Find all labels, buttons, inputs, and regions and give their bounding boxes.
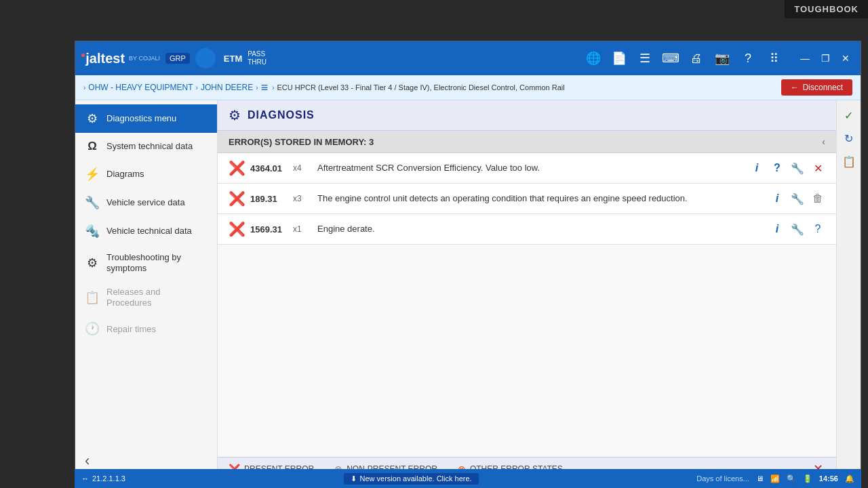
wrench-btn-2[interactable]: 🔧	[790, 222, 805, 237]
error-code-0: 4364.01	[250, 163, 288, 174]
sidebar-label-repair-times: Repair times	[106, 324, 156, 335]
error-row-1[interactable]: ❌ 189.31 x3 The engine control unit dete…	[218, 184, 836, 214]
pass-thru-label: PASS THRU	[248, 50, 267, 66]
errors-container: ❌ 4364.01 x4 Aftertreatment SCR Conversi…	[218, 153, 836, 457]
breadcrumb-item-3: ECU HPCR (Level 33 - Final Tier 4 / Stag…	[277, 83, 564, 92]
back-button[interactable]: ‹	[85, 452, 90, 470]
error-icon-0: ❌	[229, 160, 245, 176]
diagnostics-menu-icon: ⚙	[85, 111, 100, 126]
status-connect-icon: ↔	[81, 474, 89, 483]
back-arrow-icon: ←	[791, 83, 799, 92]
help2-btn-2[interactable]: ?	[810, 222, 825, 237]
panel-header: ⚙ DIAGNOSIS	[218, 100, 836, 131]
sidebar-item-troubleshooting[interactable]: ⚙ Troubleshooting by symptoms	[75, 245, 217, 280]
help-btn-0[interactable]: ?	[770, 161, 785, 176]
system-technical-icon: Ω	[85, 140, 100, 153]
document-icon[interactable]: 📄	[610, 49, 629, 68]
print-icon[interactable]: 🖨	[687, 49, 706, 68]
toolbar-tools: 🌐 📄 ☰ ⌨ 🖨 📷 ? ⠿ — ❐ ✕	[584, 49, 855, 68]
wrench-btn-0[interactable]: 🔧	[790, 161, 805, 176]
error-count-1: x3	[293, 194, 312, 203]
error-actions-0: i ? 🔧 ✕	[749, 161, 825, 176]
info-btn-2[interactable]: i	[770, 222, 785, 237]
title-bar: ●jaltest BY COJALI GRP 👤 ETM PASS THRU 🌐…	[75, 41, 861, 75]
sidebar-item-diagrams[interactable]: ⚡ Diagrams	[75, 160, 217, 188]
status-version: ↔ 21.2.1.1.3	[81, 474, 125, 483]
sidebar-label-releases: Releases and Procedures	[106, 287, 208, 308]
breadcrumb-sep-3: ›	[272, 84, 274, 92]
collapse-arrow-icon[interactable]: ‹	[822, 136, 825, 147]
sidebar-item-vehicle-service-data[interactable]: 🔧 Vehicle service data	[75, 188, 217, 217]
info-btn-1[interactable]: i	[770, 191, 785, 206]
main-panel: ⚙ DIAGNOSIS ERROR(S) STORED IN MEMORY: 3…	[218, 100, 836, 481]
error-count-bar: ERROR(S) STORED IN MEMORY: 3 ‹	[218, 131, 836, 153]
status-right-area: Days of licens... 🖥 📶 🔍 🔋 14:56 🔔	[696, 474, 854, 483]
logo-area: ●jaltest BY COJALI	[81, 50, 160, 66]
status-license-text: Days of licens...	[696, 474, 749, 483]
sidebar-label-troubleshooting: Troubleshooting by symptoms	[106, 252, 208, 273]
error-count-0: x4	[293, 163, 312, 173]
breadcrumb-sep-1: ›	[196, 84, 198, 92]
diagrams-icon: ⚡	[85, 167, 100, 182]
status-version-number: 21.2.1.1.3	[92, 474, 125, 483]
diagnosis-icon: ⚙	[229, 107, 241, 123]
check-action-btn[interactable]: ✓	[840, 106, 859, 125]
error-row-2[interactable]: ❌ 1569.31 x1 Engine derate. i 🔧 ?	[218, 214, 836, 245]
camera-icon[interactable]: 📷	[713, 49, 732, 68]
help-icon[interactable]: ?	[738, 49, 757, 68]
error-count-2: x1	[293, 224, 312, 234]
error-count-label: ERROR(S) STORED IN MEMORY: 3	[229, 137, 374, 147]
wrench-btn-1[interactable]: 🔧	[790, 191, 805, 206]
update-icon: ⬇	[351, 474, 357, 483]
search-icon: 🔍	[787, 474, 796, 483]
status-update-button[interactable]: ⬇ New version available. Click here.	[344, 473, 479, 485]
disconnect-label: Disconnect	[803, 83, 843, 92]
releases-icon: 📋	[85, 290, 100, 305]
sidebar-item-system-technical-data[interactable]: Ω System technical data	[75, 133, 217, 160]
disconnect-button[interactable]: ← Disconnect	[781, 79, 852, 96]
close-button[interactable]: ✕	[836, 49, 855, 68]
sidebar-item-vehicle-technical-data[interactable]: 🔩 Vehicle technical data	[75, 217, 217, 245]
monitor-icon: 🖥	[756, 474, 764, 483]
battery-icon: 🔋	[803, 474, 812, 483]
breadcrumb: › OHW - HEAVY EQUIPMENT › JOHN DEERE › ≡…	[75, 75, 861, 100]
panel-title: DIAGNOSIS	[248, 109, 315, 121]
keyboard-icon[interactable]: ⌨	[661, 49, 680, 68]
breadcrumb-item-2[interactable]: ≡	[261, 81, 270, 95]
sidebar-item-releases: 📋 Releases and Procedures	[75, 280, 217, 314]
error-actions-2: i 🔧 ?	[770, 222, 825, 237]
notification-icon: 🔔	[845, 474, 854, 483]
sidebar: ⚙ Diagnostics menu Ω System technical da…	[75, 100, 218, 481]
delete-btn-1[interactable]: 🗑	[810, 191, 825, 206]
grp-badge: GRP	[165, 53, 190, 64]
sidebar-label-diagrams: Diagrams	[106, 169, 144, 180]
breadcrumb-sep-2: ›	[256, 84, 258, 92]
status-time: 14:56	[819, 474, 838, 483]
sidebar-item-repair-times: 🕐 Repair times	[75, 314, 217, 343]
app-window: ●jaltest BY COJALI GRP 👤 ETM PASS THRU 🌐…	[75, 41, 861, 481]
list-icon[interactable]: ☰	[635, 49, 654, 68]
clipboard-action-btn[interactable]: 📋	[840, 152, 859, 171]
breadcrumb-item-1[interactable]: JOHN DEERE	[201, 83, 253, 92]
refresh-action-btn[interactable]: ↻	[840, 129, 859, 148]
apps-icon[interactable]: ⠿	[764, 49, 783, 68]
logo-sub: BY COJALI	[129, 55, 160, 62]
wifi-icon: 📶	[770, 474, 780, 483]
sidebar-item-diagnostics-menu[interactable]: ⚙ Diagnostics menu	[75, 104, 217, 133]
vehicle-service-icon: 🔧	[85, 195, 100, 210]
globe-icon[interactable]: 🌐	[584, 49, 603, 68]
troubleshooting-icon: ⚙	[85, 256, 100, 270]
content-area: ⚙ Diagnostics menu Ω System technical da…	[75, 100, 861, 481]
toughbook-brand: TOUGHBOOK	[785, 0, 868, 18]
vehicle-technical-icon: 🔩	[85, 224, 100, 239]
sidebar-label-vehicle-technical: Vehicle technical data	[106, 226, 192, 237]
error-desc-0: Aftertreatment SCR Conversion Efficiency…	[317, 162, 744, 174]
status-bar: ↔ 21.2.1.1.3 ⬇ New version available. Cl…	[75, 469, 861, 488]
maximize-button[interactable]: ❐	[816, 49, 835, 68]
info-btn-0[interactable]: i	[749, 161, 764, 176]
error-row-0[interactable]: ❌ 4364.01 x4 Aftertreatment SCR Conversi…	[218, 153, 836, 184]
close-btn-0[interactable]: ✕	[810, 161, 825, 176]
breadcrumb-item-0[interactable]: OHW - HEAVY EQUIPMENT	[88, 83, 193, 92]
person-icon[interactable]: 👤	[195, 48, 216, 68]
minimize-button[interactable]: —	[795, 49, 814, 68]
